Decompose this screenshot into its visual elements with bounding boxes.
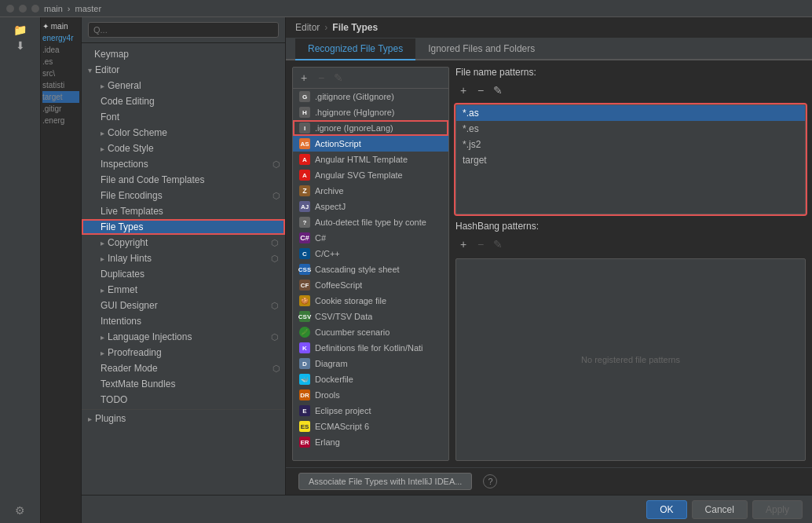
- file-type-item[interactable]: 🐳Dockerfile: [293, 371, 448, 387]
- sidebar-item-keymap[interactable]: Keymap: [82, 46, 285, 62]
- download-panel-icon[interactable]: ⬇: [16, 39, 25, 52]
- sidebar-item-live-templates[interactable]: Live Templates: [82, 203, 285, 219]
- sidebar-item-color-scheme[interactable]: ▸ Color Scheme: [82, 125, 285, 141]
- inspections-sync-icon: ⬡: [272, 159, 280, 170]
- file-type-item[interactable]: C#C#: [293, 230, 448, 246]
- sidebar-item-general[interactable]: ▸ General: [82, 78, 285, 93]
- edit-hashbang-button[interactable]: ✎: [490, 236, 506, 252]
- sidebar-item-language-injections[interactable]: ▸ Language Injections ⬡: [82, 329, 285, 345]
- settings-search-input[interactable]: [88, 22, 279, 38]
- sidebar-item-copyright[interactable]: ▸ Copyright ⬡: [82, 235, 285, 251]
- file-type-item[interactable]: AAngular SVG Template: [293, 167, 448, 183]
- bottom-bar: OK Cancel Apply: [82, 495, 812, 523]
- file-type-item[interactable]: 🥒Cucumber scenario: [293, 324, 448, 340]
- sidebar-item-reader-mode[interactable]: Reader Mode ⬡: [82, 360, 285, 376]
- breadcrumb-current: File Types: [332, 22, 378, 33]
- sidebar-item-emmet[interactable]: ▸ Emmet: [82, 282, 285, 298]
- sidebar-item-proofreading[interactable]: ▸ Proofreading: [82, 345, 285, 360]
- sidebar-item-inlay-hints[interactable]: ▸ Inlay Hints ⬡: [82, 251, 285, 266]
- editor-arrow-icon: ▾: [88, 66, 92, 75]
- project-panel: 📁 ⬇ ⚙: [0, 17, 41, 523]
- associate-button[interactable]: Associate File Types with IntelliJ IDEA.…: [298, 473, 472, 490]
- settings-gear-icon[interactable]: ⚙: [15, 504, 25, 517]
- sidebar-item-file-types[interactable]: File Types: [82, 219, 285, 235]
- breadcrumb-separator: ›: [324, 22, 327, 33]
- add-pattern-button[interactable]: +: [455, 82, 471, 98]
- add-hashbang-button[interactable]: +: [455, 236, 471, 252]
- add-file-type-button[interactable]: +: [296, 70, 312, 86]
- tab-ignored[interactable]: Ignored Files and Folders: [415, 38, 547, 60]
- tab-recognized[interactable]: Recognized File Types: [295, 38, 415, 60]
- sidebar-item-file-code-templates[interactable]: File and Code Templates: [82, 172, 285, 188]
- content-body: + − ✎ G.gitignore (GitIgnore)H.hgignore …: [286, 60, 812, 467]
- file-type-item[interactable]: DRDrools: [293, 387, 448, 403]
- sidebar-item-todo[interactable]: TODO: [82, 392, 285, 408]
- top-bar: main › master: [0, 0, 812, 17]
- ok-button[interactable]: OK: [646, 500, 686, 519]
- file-type-item[interactable]: ESECMAScript 6: [293, 419, 448, 434]
- no-patterns-text: No registered file patterns: [581, 355, 680, 364]
- file-type-item[interactable]: ASActionScript: [293, 136, 448, 152]
- window-control-close[interactable]: [6, 5, 14, 13]
- sidebar-item-gui-designer[interactable]: GUI Designer ⬡: [82, 298, 285, 313]
- sidebar-item-textmate-bundles[interactable]: TextMate Bundles: [82, 376, 285, 392]
- file-type-item[interactable]: ZArchive: [293, 183, 448, 199]
- sidebar-item-intentions[interactable]: Intentions: [82, 313, 285, 329]
- pattern-item[interactable]: *.as: [456, 105, 805, 121]
- remove-file-type-button[interactable]: −: [313, 70, 329, 86]
- file-type-item[interactable]: I.ignore (IgnoreLang): [293, 120, 448, 136]
- pattern-item[interactable]: *.es: [456, 121, 805, 137]
- inlay-arrow-icon: ▸: [101, 254, 104, 263]
- sidebar-item-code-editing[interactable]: Code Editing: [82, 93, 285, 109]
- sidebar-item-editor[interactable]: ▾ Editor: [82, 62, 285, 78]
- sidebar-item-font[interactable]: Font: [82, 109, 285, 125]
- window-control-min[interactable]: [19, 5, 27, 13]
- file-type-item[interactable]: H.hgignore (HgIgnore): [293, 104, 448, 120]
- remove-pattern-button[interactable]: −: [473, 82, 488, 98]
- hashbang-patterns-section: HashBang patterns: + − ✎ No registered f…: [455, 221, 806, 461]
- remove-hashbang-button[interactable]: −: [473, 236, 488, 252]
- hashbang-patterns-list: No registered file patterns: [455, 258, 806, 461]
- sidebar-item-code-style[interactable]: ▸ Code Style: [82, 141, 285, 156]
- settings-search-area: [82, 17, 285, 43]
- edit-pattern-button[interactable]: ✎: [490, 82, 506, 98]
- cancel-button[interactable]: Cancel: [692, 500, 748, 519]
- sidebar-item-duplicates[interactable]: Duplicates: [82, 266, 285, 282]
- sidebar-item-plugins[interactable]: ▸ Plugins: [82, 409, 285, 426]
- pattern-item[interactable]: *.js2: [456, 137, 805, 152]
- reader-sync-icon: ⬡: [272, 364, 280, 374]
- file-type-item[interactable]: EEclipse project: [293, 403, 448, 419]
- file-type-item[interactable]: AAngular HTML Template: [293, 152, 448, 167]
- file-type-item[interactable]: CSVCSV/TSV Data: [293, 309, 448, 324]
- plugins-arrow-icon: ▸: [88, 415, 92, 423]
- file-type-item[interactable]: AJAspectJ: [293, 199, 448, 214]
- top-bar-sep: ›: [68, 4, 71, 13]
- sidebar-item-inspections[interactable]: Inspections ⬡: [82, 156, 285, 172]
- file-type-item[interactable]: CSSCascading style sheet: [293, 262, 448, 277]
- file-type-item[interactable]: 🍪Cookie storage file: [293, 293, 448, 309]
- apply-button[interactable]: Apply: [752, 500, 803, 519]
- file-type-item[interactable]: KDefinitions file for Kotlin/Nati: [293, 340, 448, 356]
- general-arrow-icon: ▸: [101, 82, 104, 90]
- color-scheme-arrow-icon: ▸: [101, 129, 104, 137]
- patterns-panel: File name patterns: + − ✎ *.as*.es*.js2t…: [455, 67, 806, 461]
- emmet-arrow-icon: ▸: [101, 286, 104, 294]
- help-icon[interactable]: ?: [483, 474, 497, 488]
- file-type-item[interactable]: CFCoffeeScript: [293, 277, 448, 293]
- project-panel-icon[interactable]: 📁: [13, 24, 27, 36]
- settings-dialog: Keymap ▾ Editor ▸ General Code Editing F…: [82, 17, 812, 523]
- sidebar-item-file-encodings[interactable]: File Encodings ⬡: [82, 188, 285, 203]
- tabs-bar: Recognized File Types Ignored Files and …: [286, 38, 812, 60]
- file-type-item[interactable]: ERErlang: [293, 434, 448, 450]
- window-control-max[interactable]: [31, 5, 39, 13]
- file-name-patterns-section: File name patterns: + − ✎ *.as*.es*.js2t…: [455, 67, 806, 214]
- file-type-item[interactable]: DDiagram: [293, 356, 448, 371]
- pattern-item[interactable]: target: [456, 152, 805, 168]
- project-file-list: ✦ main energy4r .idea .es src\ statisti …: [41, 17, 82, 523]
- edit-file-type-button[interactable]: ✎: [331, 70, 346, 86]
- file-name-patterns-label: File name patterns:: [455, 67, 806, 78]
- file-type-item[interactable]: CC/C++: [293, 246, 448, 262]
- file-type-item[interactable]: ?Auto-detect file type by conte: [293, 214, 448, 230]
- top-bar-branch: master: [75, 4, 102, 13]
- file-type-item[interactable]: G.gitignore (GitIgnore): [293, 89, 448, 104]
